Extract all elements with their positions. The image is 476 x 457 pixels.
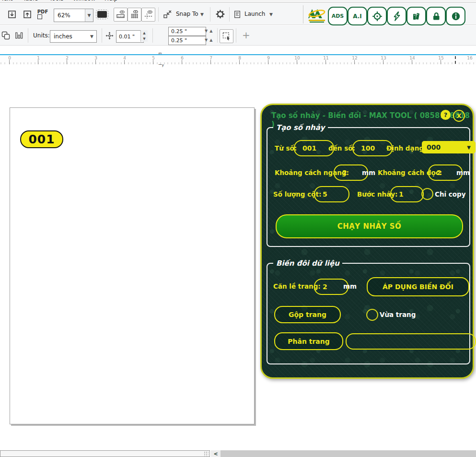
ruler-number: 11	[321, 56, 331, 60]
overlap-objects-button[interactable]	[0, 30, 12, 41]
ruler-number: 13	[379, 56, 388, 60]
nudge-offset-input[interactable]: 0.01 "	[116, 30, 144, 43]
horizontal-scrollbar[interactable]	[221, 450, 476, 457]
ruler-number: 10	[292, 56, 302, 60]
menu-window[interactable]: Window	[73, 0, 95, 2]
resize-grip-icon[interactable]	[204, 451, 209, 456]
units-value: inches	[50, 33, 90, 40]
distribute-bars-icon	[14, 31, 23, 40]
close-button[interactable]: X	[453, 110, 465, 122]
drawing-page[interactable]	[10, 107, 255, 424]
fit-page-radio[interactable]	[366, 309, 378, 321]
badge-text: 001	[28, 132, 55, 146]
chevron-down-icon[interactable]: ▼	[85, 9, 93, 22]
units-select[interactable]: inches ▼	[50, 30, 97, 43]
duplicate-y-spinner[interactable]: ▼▲	[205, 38, 214, 42]
horizontal-ruler[interactable]: 012345678910111213141516	[0, 54, 476, 64]
zoom-level-combo[interactable]: 62% ▼	[54, 9, 93, 22]
format-select[interactable]: 000 ▼	[422, 141, 476, 153]
menu-tools[interactable]: Tools	[49, 0, 64, 2]
apply-transform-button[interactable]: ÁP DỤNG BIẾN ĐỔI	[367, 277, 469, 296]
publish-pdf-button[interactable]: PDF	[35, 8, 50, 21]
snap-icon	[163, 10, 172, 19]
snap-to-chevron-icon[interactable]: ▼	[200, 12, 204, 17]
to-label: đến số:	[328, 144, 355, 152]
ruler-number: 5	[149, 56, 158, 60]
columns-input[interactable]: 5	[314, 186, 349, 202]
question-icon: ?	[444, 111, 448, 118]
ruler-eye-icon	[116, 10, 125, 19]
gear-icon	[215, 9, 225, 19]
duplicate-y-input[interactable]: 0.25 "	[168, 36, 206, 45]
info-button[interactable]	[446, 7, 465, 25]
treat-as-filled-toggle[interactable]	[220, 29, 233, 43]
ads-button[interactable]: ADS	[328, 7, 348, 25]
import-button[interactable]	[6, 8, 18, 21]
show-grid-toggle[interactable]	[128, 8, 141, 22]
margin-label: Căn lề trang:	[273, 282, 321, 290]
menu-table[interactable]: Table	[23, 0, 38, 2]
copy-only-radio[interactable]	[421, 188, 433, 200]
info-icon	[451, 12, 461, 21]
page-range-input[interactable]	[346, 333, 476, 350]
merge-pages-button[interactable]: Gộp trang	[274, 306, 341, 323]
step-value: 1	[399, 190, 404, 198]
help-button[interactable]: ?	[441, 110, 451, 120]
lightning-button[interactable]	[387, 7, 406, 25]
document-navigator-box[interactable]	[0, 450, 210, 457]
maxtool-logo-icon	[307, 7, 326, 23]
duplicate-x-spinner[interactable]: ▼▲	[205, 29, 214, 33]
standard-toolbar: PDF 62% ▼ Snap To ▼ Launch ▼ ADS A.I	[0, 3, 476, 25]
to-value: 100	[361, 144, 375, 152]
add-plus-icon[interactable]: +	[242, 29, 250, 41]
from-value: 001	[302, 144, 316, 152]
pdf-icon: PDF	[37, 10, 48, 20]
ruler-number: 14	[407, 56, 417, 60]
menu-bar: Text Table Tools Window Help	[0, 0, 476, 3]
ruler-number: 16	[465, 56, 475, 60]
menu-help[interactable]: Help	[104, 0, 117, 2]
ruler-number: 15	[436, 56, 446, 60]
paginate-button[interactable]: Phân trang	[274, 332, 343, 350]
distribute-button[interactable]	[13, 30, 24, 41]
books-icon	[411, 11, 422, 22]
copy-only-label: Chỉ copy	[435, 190, 466, 198]
number-badge-object[interactable]: 001	[20, 130, 63, 148]
target-button[interactable]	[367, 7, 387, 25]
books-button[interactable]	[406, 7, 426, 25]
margin-value: 2	[323, 283, 327, 291]
ruler-number: 9	[264, 56, 273, 60]
ai-button[interactable]: A.I	[348, 7, 367, 25]
export-icon	[23, 10, 32, 19]
duplicate-x-value: 0.25 "	[171, 28, 187, 35]
launch-chevron-icon[interactable]: ▼	[269, 12, 273, 17]
nudge-spinner[interactable]: ▲▼	[140, 30, 148, 42]
snap-to-label[interactable]: Snap To	[176, 11, 198, 17]
menu-text[interactable]: Text	[1, 0, 12, 2]
apply-transform-label: ÁP DỤNG BIẾN ĐỔI	[383, 283, 453, 291]
export-button[interactable]	[21, 8, 34, 21]
columns-value: 5	[323, 190, 327, 198]
launch-label[interactable]: Launch	[244, 11, 265, 17]
nudge-offset-value: 0.01 "	[119, 34, 135, 40]
lock-button[interactable]	[426, 7, 446, 25]
run-number-button[interactable]: CHẠY NHẢY SỐ	[276, 214, 463, 238]
treat-as-filled-icon	[222, 32, 231, 41]
margin-unit: mm	[343, 282, 357, 290]
show-guidelines-toggle[interactable]	[141, 8, 155, 22]
options-button[interactable]	[214, 8, 227, 21]
fullscreen-preview-button[interactable]	[95, 8, 109, 21]
snap-off-button[interactable]	[161, 8, 174, 21]
launch-button[interactable]	[232, 8, 243, 21]
ruler-cursor-marker	[455, 56, 456, 64]
nudge-offset-control	[104, 30, 115, 41]
close-icon: X	[456, 112, 461, 119]
grid-eye-icon	[130, 10, 139, 19]
show-rulers-toggle[interactable]	[114, 8, 128, 22]
guideline-eye-icon	[144, 10, 153, 19]
scroll-left-button[interactable]: <	[211, 450, 221, 457]
step-input[interactable]: 1	[390, 186, 424, 202]
fit-page-label: Vừa trang	[380, 311, 416, 318]
duplicate-x-input[interactable]: 0.25 "	[168, 27, 206, 36]
ruler-number: 7	[206, 56, 216, 60]
